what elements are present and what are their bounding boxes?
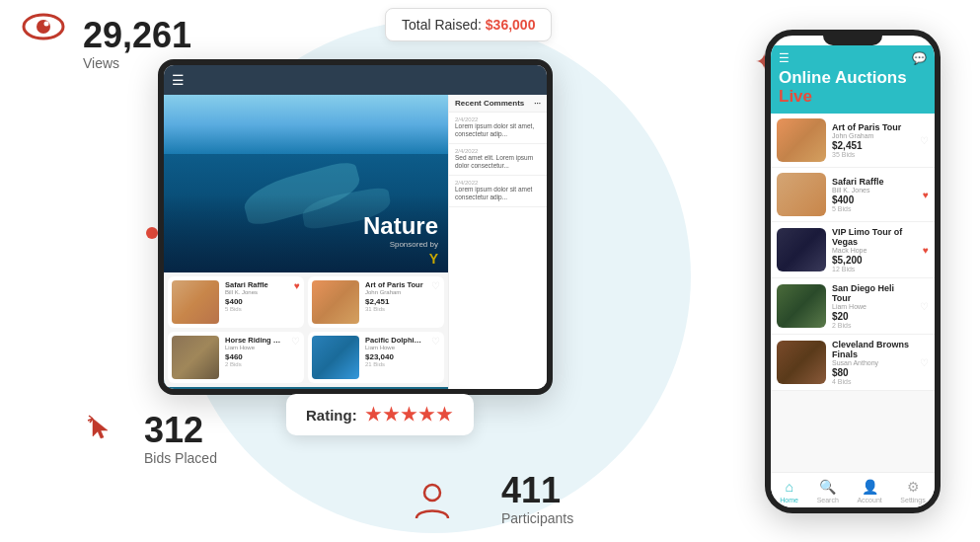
browns-phone-info: Cleveland Browns Finals Susan Anthony $8… bbox=[832, 340, 914, 385]
paris-phone-heart[interactable]: ♡ bbox=[920, 135, 929, 146]
paris-bids: 31 Bids bbox=[365, 306, 425, 312]
phone-device: ☰ 💬 Online Auctions Live Art of Paris To… bbox=[765, 30, 941, 513]
phone-header-top: ☰ 💬 bbox=[779, 51, 927, 65]
vegas-phone-name: VIP Limo Tour of Vegas bbox=[832, 227, 917, 247]
heli-phone-info: San Diego Heli Tour Liam Howe $20 2 Bids bbox=[832, 283, 914, 329]
heli-phone-image bbox=[777, 284, 826, 328]
settings-icon: ⚙ bbox=[907, 479, 920, 495]
vegas-phone-bids: 12 Bids bbox=[832, 266, 917, 272]
paris-heart[interactable]: ♡ bbox=[431, 280, 440, 291]
horse-heart[interactable]: ♡ bbox=[291, 336, 300, 347]
views-number: 29,261 bbox=[83, 18, 191, 53]
person-icon bbox=[413, 481, 452, 528]
safari-image bbox=[172, 280, 219, 324]
paris-price: $2,451 bbox=[365, 297, 425, 306]
total-raised-amount: $36,000 bbox=[486, 17, 536, 33]
browns-phone-heart[interactable]: ♡ bbox=[920, 357, 929, 368]
safari-phone-heart[interactable]: ♥ bbox=[923, 190, 929, 200]
comment-2: 2/4/2022 Sed amet elit. Lorem ipsum dolo… bbox=[449, 144, 547, 176]
phone-title-main: Online Auctions bbox=[779, 69, 927, 88]
browns-phone-price: $80 bbox=[832, 367, 914, 378]
hero-title: Nature bbox=[363, 212, 438, 239]
horse-name: Horse Riding Sessions bbox=[225, 336, 285, 345]
search-icon: 🔍 bbox=[819, 479, 836, 495]
paris-phone-author: John Graham bbox=[832, 132, 914, 139]
tablet-device: ☰ Nature Sponsored by Y bbox=[158, 59, 553, 395]
phone-item-safari: Safari Raffle Bill K. Jones $400 5 Bids … bbox=[771, 168, 935, 222]
tablet-main-content: Nature Sponsored by Y Safari Raffle Bill… bbox=[164, 95, 448, 389]
horse-price: $460 bbox=[225, 352, 285, 361]
home-label: Home bbox=[780, 497, 798, 503]
bids-label: Bids Placed bbox=[144, 450, 217, 466]
phone-item-browns: Cleveland Browns Finals Susan Anthony $8… bbox=[771, 335, 935, 391]
settings-label: Settings bbox=[900, 497, 925, 503]
comments-label: Recent Comments bbox=[455, 99, 524, 108]
rating-label: Rating: bbox=[306, 407, 357, 424]
tablet-card-safari: Safari Raffle Bill K. Jones $400 5 Bids … bbox=[168, 276, 304, 328]
safari-phone-bids: 5 Bids bbox=[832, 205, 917, 212]
tablet-card-paris: Art of Paris Tour John Graham $2,451 31 … bbox=[308, 276, 444, 328]
total-raised-badge: Total Raised: $36,000 bbox=[385, 8, 552, 41]
tablet-card-dolphin: Pacific Dolphin Watch Liam Howe $23,040 … bbox=[308, 332, 444, 383]
phone-item-heli: San Diego Heli Tour Liam Howe $20 2 Bids… bbox=[771, 278, 935, 335]
vegas-phone-price: $5,200 bbox=[832, 255, 917, 266]
comment-2-text: Sed amet elit. Lorem ipsum dolor consect… bbox=[455, 154, 541, 171]
heli-phone-author: Liam Howe bbox=[832, 303, 914, 310]
paris-phone-name: Art of Paris Tour bbox=[832, 122, 914, 132]
participants-number: 411 bbox=[501, 473, 573, 508]
sponsored-label: Sponsored by bbox=[174, 240, 438, 249]
heli-phone-heart[interactable]: ♡ bbox=[920, 301, 929, 312]
horse-image bbox=[172, 336, 219, 379]
heli-phone-name: San Diego Heli Tour bbox=[832, 283, 914, 303]
bids-number: 312 bbox=[144, 413, 217, 448]
paris-author: John Graham bbox=[365, 289, 425, 295]
home-icon: ⌂ bbox=[785, 479, 792, 495]
horse-author: Liam Howe bbox=[225, 345, 285, 350]
comment-1: 2/4/2022 Lorem ipsum dolor sit amet, con… bbox=[449, 113, 547, 144]
safari-phone-author: Bill K. Jones bbox=[832, 187, 917, 194]
star-icons: ★★★★★ bbox=[365, 404, 454, 426]
phone-title-live-wrap: Live bbox=[779, 88, 927, 107]
safari-phone-info: Safari Raffle Bill K. Jones $400 5 Bids bbox=[832, 177, 917, 212]
phone-body: Art of Paris Tour John Graham $2,451 35 … bbox=[771, 114, 935, 472]
safari-author: Bill K. Jones bbox=[225, 289, 288, 295]
paris-phone-info: Art of Paris Tour John Graham $2,451 35 … bbox=[832, 122, 914, 158]
phone-item-vegas: VIP Limo Tour of Vegas Mack Hope $5,200 … bbox=[771, 222, 935, 278]
nav-settings[interactable]: ⚙ Settings bbox=[900, 479, 925, 503]
browns-phone-image bbox=[777, 341, 826, 384]
search-label: Search bbox=[817, 497, 839, 503]
paris-info: Art of Paris Tour John Graham $2,451 31 … bbox=[365, 280, 425, 312]
tablet-hero-image: Nature Sponsored by Y bbox=[164, 95, 448, 272]
safari-phone-price: $400 bbox=[832, 194, 917, 205]
tablet-card-horse: Horse Riding Sessions Liam Howe $460 2 B… bbox=[168, 332, 304, 383]
paris-phone-price: $2,451 bbox=[832, 140, 914, 151]
nav-account[interactable]: 👤 Account bbox=[857, 479, 881, 503]
comment-3-text: Lorem ipsum dolor sit amet consectetur a… bbox=[455, 186, 541, 202]
vegas-phone-heart[interactable]: ♥ bbox=[923, 245, 929, 256]
heli-phone-bids: 2 Bids bbox=[832, 322, 914, 329]
vegas-phone-author: Mack Hope bbox=[832, 247, 917, 254]
safari-info: Safari Raffle Bill K. Jones $400 5 Bids bbox=[225, 280, 288, 312]
vegas-phone-image bbox=[777, 228, 826, 271]
dolphin-heart[interactable]: ♡ bbox=[431, 336, 440, 347]
browns-phone-author: Susan Anthony bbox=[832, 359, 914, 366]
horse-info: Horse Riding Sessions Liam Howe $460 2 B… bbox=[225, 336, 285, 367]
dolphin-bids: 21 Bids bbox=[365, 361, 425, 367]
vegas-phone-info: VIP Limo Tour of Vegas Mack Hope $5,200 … bbox=[832, 227, 917, 272]
safari-price: $400 bbox=[225, 297, 288, 306]
nav-home[interactable]: ⌂ Home bbox=[780, 479, 798, 503]
phone-notch bbox=[823, 36, 882, 45]
paris-phone-image bbox=[777, 118, 826, 162]
more-icon: ··· bbox=[534, 99, 541, 108]
tablet-cards-grid: Safari Raffle Bill K. Jones $400 5 Bids … bbox=[164, 272, 448, 387]
safari-heart[interactable]: ♥ bbox=[294, 280, 300, 291]
rating-badge: Rating: ★★★★★ bbox=[286, 394, 474, 435]
comment-3: 2/4/2022 Lorem ipsum dolor sit amet cons… bbox=[449, 176, 547, 207]
paris-image bbox=[312, 280, 359, 324]
nav-search[interactable]: 🔍 Search bbox=[817, 479, 839, 503]
safari-name: Safari Raffle bbox=[225, 280, 288, 289]
phone-item-paris: Art of Paris Tour John Graham $2,451 35 … bbox=[771, 114, 935, 168]
phone-navigation: ⌂ Home 🔍 Search 👤 Account ⚙ Settings bbox=[771, 472, 935, 507]
total-raised-label: Total Raised: bbox=[402, 17, 482, 33]
paris-phone-bids: 35 Bids bbox=[832, 151, 914, 158]
